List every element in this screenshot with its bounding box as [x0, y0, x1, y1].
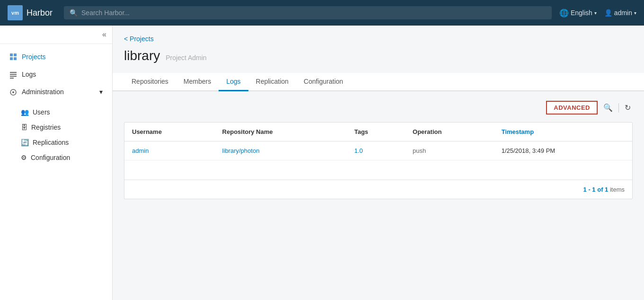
svg-rect-4 [10, 72, 17, 73]
sidebar-collapse-button[interactable]: « [102, 30, 106, 39]
svg-rect-1 [14, 53, 17, 56]
logs-table: Username Repository Name Tags Operation … [124, 123, 632, 180]
tab-logs[interactable]: Logs [219, 73, 248, 91]
replications-icon: 🔄 [21, 139, 29, 146]
refresh-icon[interactable]: ↻ [623, 101, 633, 114]
cell-timestamp: 1/25/2018, 3:49 PM [494, 141, 632, 160]
search-bar[interactable]: 🔍 [64, 6, 552, 19]
svg-rect-7 [10, 78, 14, 79]
logo-box: vm [8, 5, 23, 20]
sidebar-item-configuration[interactable]: ⚙ Configuration [0, 150, 112, 165]
col-operation: Operation [405, 123, 494, 141]
sidebar-item-replications[interactable]: 🔄 Replications [0, 135, 112, 150]
sidebar-item-label: Projects [22, 53, 46, 61]
chevron-down-icon: ▾ [634, 10, 636, 16]
col-repository-name: Repository Name [215, 123, 347, 141]
search-icon: 🔍 [70, 9, 78, 17]
logs-table-container: Username Repository Name Tags Operation … [124, 122, 633, 199]
pagination-range: 1 - 1 of [583, 186, 605, 193]
svg-rect-0 [10, 53, 13, 56]
main-content: < Projects library Project Admin Reposit… [113, 26, 644, 300]
chevron-down-icon: ▾ [594, 10, 597, 16]
admin-icon [9, 88, 17, 96]
sidebar-item-users[interactable]: 👥 Users [0, 105, 112, 120]
col-username: Username [124, 123, 215, 141]
pagination-text: 1 - 1 of 1 items [583, 186, 625, 193]
sidebar-submenu-label: Registries [31, 124, 61, 131]
cell-tags: 1.0 [347, 141, 405, 160]
language-selector[interactable]: 🌐 English ▾ [559, 9, 597, 18]
search-icon[interactable]: 🔍 [601, 101, 615, 114]
sidebar-item-projects[interactable]: Projects [0, 48, 112, 65]
configuration-icon: ⚙ [21, 154, 27, 161]
tab-members[interactable]: Members [176, 73, 219, 91]
sidebar-submenu-label: Users [33, 108, 50, 116]
sidebar-submenu-admin: 👥 Users 🗄 Registries 🔄 Replications ⚙ Co… [0, 105, 112, 165]
projects-icon [9, 53, 17, 61]
table-row: admin library/photon 1.0 push 1/25/2018,… [124, 141, 632, 160]
table-empty-row [124, 160, 632, 180]
sidebar-item-administration[interactable]: Administration ▾ [0, 83, 112, 101]
sidebar-collapse-area: « [0, 26, 112, 44]
toolbar-divider [618, 103, 619, 113]
col-timestamp: Timestamp [494, 123, 632, 141]
svg-rect-5 [10, 74, 17, 75]
chevron-down-icon: ▾ [99, 88, 103, 96]
svg-point-9 [12, 91, 14, 93]
topnav-right: 🌐 English ▾ 👤 admin ▾ [559, 9, 636, 18]
col-tags: Tags [347, 123, 405, 141]
pagination-suffix: items [608, 186, 625, 193]
registries-icon: 🗄 [21, 124, 27, 131]
breadcrumb[interactable]: < Projects [124, 35, 633, 43]
sidebar-submenu-label: Replications [33, 139, 69, 146]
users-icon: 👥 [21, 108, 29, 116]
sidebar-submenu-label: Configuration [31, 154, 70, 161]
sidebar-item-registries[interactable]: 🗄 Registries [0, 120, 112, 135]
advanced-button[interactable]: ADVANCED [546, 101, 598, 115]
tab-repositories[interactable]: Repositories [124, 73, 176, 91]
top-navigation: vm Harbor 🔍 🌐 English ▾ 👤 admin ▾ [0, 0, 644, 26]
user-icon: 👤 [604, 9, 612, 17]
search-input[interactable] [81, 9, 546, 17]
cell-username[interactable]: admin [124, 141, 215, 160]
svg-rect-3 [14, 57, 17, 60]
cell-operation: push [405, 141, 494, 160]
page-subtitle: Project Admin [166, 54, 206, 62]
svg-rect-6 [10, 76, 17, 77]
page-header: library Project Admin [124, 48, 633, 63]
tabs-bar: Repositories Members Logs Replication Co… [113, 73, 644, 91]
sidebar-item-logs[interactable]: Logs [0, 65, 112, 83]
tab-replication[interactable]: Replication [248, 73, 296, 91]
table-header-row: Username Repository Name Tags Operation … [124, 123, 632, 141]
tab-configuration[interactable]: Configuration [296, 73, 351, 91]
logs-icon [9, 70, 17, 78]
app-logo[interactable]: vm Harbor [8, 5, 53, 20]
user-label: admin [614, 9, 632, 17]
sidebar-nav: Projects Logs Administration ▾ [0, 44, 112, 105]
sidebar-item-label: Administration [22, 88, 64, 96]
sidebar: « Projects Logs Administrat [0, 26, 113, 300]
toolbar: ADVANCED 🔍 ↻ [124, 101, 633, 115]
pagination-footer: 1 - 1 of 1 items [124, 180, 632, 199]
svg-rect-2 [10, 57, 13, 60]
user-menu[interactable]: 👤 admin ▾ [604, 9, 636, 17]
app-name: Harbor [26, 8, 53, 18]
cell-repository-name[interactable]: library/photon [215, 141, 347, 160]
globe-icon: 🌐 [559, 9, 569, 18]
language-label: English [571, 9, 592, 17]
sidebar-item-label: Logs [22, 71, 36, 78]
page-title: library [124, 48, 160, 63]
